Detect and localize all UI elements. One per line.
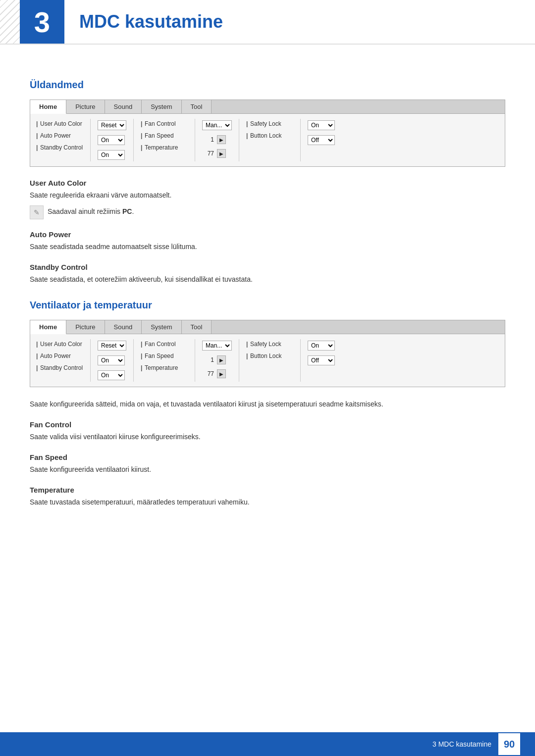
subsection-user-auto-color: User Auto Color Saate reguleerida ekraan… xyxy=(30,179,505,219)
row-fan-control-label: Fan Control xyxy=(139,119,190,129)
tab-sound-1[interactable]: Sound xyxy=(105,100,142,113)
section-uldandmed: Üldandmed Home Picture Sound System Tool… xyxy=(30,79,505,285)
temp-arrow-2[interactable]: ▶ xyxy=(217,369,226,378)
label-safety-lock: Safety Lock xyxy=(246,120,293,127)
select2-reset[interactable]: Reset xyxy=(98,341,126,351)
label-standby-control: Standby Control xyxy=(36,144,83,151)
select2-button-lock[interactable]: Off On xyxy=(308,355,335,365)
select-standby[interactable]: On Off xyxy=(98,150,125,160)
text-fan-control: Saate valida viisi ventilaatori kiiruse … xyxy=(30,432,505,442)
row-temperature-label: Temperature xyxy=(139,143,190,152)
col-labels-2: User Auto Color Auto Power Standby Contr… xyxy=(34,339,91,382)
select-fan-control[interactable]: Man... Auto xyxy=(202,120,232,130)
tab-picture-1[interactable]: Picture xyxy=(66,100,105,113)
subsection-standby-control: Standby Control Saate seadistada, et oot… xyxy=(30,263,505,285)
row2-fan-speed-ctrl: 1 ▶ xyxy=(200,354,234,366)
select2-fan-control[interactable]: Man... Auto xyxy=(202,341,232,351)
label-button-lock: Button Lock xyxy=(246,132,293,139)
label2-temperature: Temperature xyxy=(141,364,188,371)
row-safety-lock-label: Safety Lock xyxy=(244,119,295,129)
chapter-number-box: 3 xyxy=(20,0,64,44)
fan-speed-arrow[interactable]: ▶ xyxy=(217,135,226,144)
page-content: Üldandmed Home Picture Sound System Tool… xyxy=(0,45,535,541)
text-temperature: Saate tuvastada sisetemperatuuri, määrat… xyxy=(30,497,505,507)
row-fan-speed-ctrl: 1 ▶ xyxy=(200,134,234,146)
row2-temp-ctrl: 77 ▶ xyxy=(200,368,234,380)
panel-ventilaator: Home Picture Sound System Tool User Auto… xyxy=(30,320,505,387)
footer-label: 3 MDC kasutamine xyxy=(432,740,491,748)
panel-uldandmed: Home Picture Sound System Tool User Auto… xyxy=(30,100,505,167)
subsection-fan-control: Fan Control Saate valida viisi ventilaat… xyxy=(30,420,505,442)
row2-auto-power-control: On Off xyxy=(96,354,128,367)
panel-body-1: User Auto Color Auto Power Standby Contr… xyxy=(30,114,505,166)
row-safety-lock-ctrl: On Off xyxy=(306,119,337,132)
row2-standby-control: Standby Control xyxy=(34,363,85,373)
fan-speed-arrow-2[interactable]: ▶ xyxy=(217,355,226,364)
page-footer: 3 MDC kasutamine 90 xyxy=(0,732,535,756)
heading-temperature: Temperature xyxy=(30,486,505,494)
tab-system-2[interactable]: System xyxy=(142,320,181,334)
fan-speed-value-2: 1 xyxy=(202,356,214,363)
select-reset[interactable]: Reset xyxy=(98,120,126,130)
row-auto-power: Auto Power xyxy=(34,131,85,141)
select-safety-lock[interactable]: On Off xyxy=(308,120,335,130)
section-ventilaator: Ventilaator ja temperatuur Home Picture … xyxy=(30,300,505,507)
tab-bar-2: Home Picture Sound System Tool xyxy=(30,320,505,334)
row2-fan-control-label: Fan Control xyxy=(139,339,190,349)
col-fan-labels-2: Fan Control Fan Speed Temperature xyxy=(139,339,195,382)
select2-standby[interactable]: On Off xyxy=(98,370,125,380)
tab-home-1[interactable]: Home xyxy=(30,100,66,114)
row-auto-power-control: On Off xyxy=(96,134,128,147)
col-lock-labels-2: Safety Lock Button Lock xyxy=(244,339,301,382)
tab-sound-2[interactable]: Sound xyxy=(105,320,142,334)
text-standby-control: Saate seadistada, et ooterežiim aktiveer… xyxy=(30,274,505,285)
col-fan-labels-1: Fan Control Fan Speed Temperature xyxy=(139,119,195,161)
col-lock-controls-1: On Off Off On xyxy=(306,119,342,161)
row-fan-speed-label: Fan Speed xyxy=(139,131,190,141)
tab-bar-1: Home Picture Sound System Tool xyxy=(30,100,505,114)
footer-page-number: 90 xyxy=(498,733,520,755)
header-decoration xyxy=(0,0,20,45)
col-fan-controls-2: Man... Auto 1 ▶ 77 ▶ xyxy=(200,339,239,382)
heading-fan-control: Fan Control xyxy=(30,420,505,429)
tab-home-2[interactable]: Home xyxy=(30,320,66,334)
subsection-auto-power: Auto Power Saate seadistada seadme autom… xyxy=(30,230,505,252)
select-button-lock[interactable]: Off On xyxy=(308,135,335,145)
tab-system-1[interactable]: System xyxy=(142,100,181,113)
heading-standby-control: Standby Control xyxy=(30,263,505,271)
row2-button-lock-label: Button Lock xyxy=(244,351,295,361)
select-auto-power[interactable]: On Off xyxy=(98,135,125,145)
label-auto-power: Auto Power xyxy=(36,132,83,139)
label2-button-lock: Button Lock xyxy=(246,353,293,359)
col-controls-2: Reset On Off On Off xyxy=(96,339,134,382)
temp-value-2: 77 xyxy=(202,370,214,377)
subsection-temperature: Temperature Saate tuvastada sisetemperat… xyxy=(30,486,505,507)
row-standby-control: Standby Control xyxy=(34,143,85,152)
tab-picture-2[interactable]: Picture xyxy=(66,320,105,334)
temp-value: 77 xyxy=(202,150,214,157)
label2-fan-control: Fan Control xyxy=(141,341,188,348)
section-title-uldandmed: Üldandmed xyxy=(30,79,505,91)
row-standby-control-ctrl: On Off xyxy=(96,149,128,161)
row-button-lock-ctrl: Off On xyxy=(306,134,337,147)
chapter-title: MDC kasutamine xyxy=(64,0,223,44)
tab-tool-1[interactable]: Tool xyxy=(182,100,212,113)
label-user-auto-color: User Auto Color xyxy=(36,120,83,127)
label2-safety-lock: Safety Lock xyxy=(246,341,293,348)
label2-auto-power: Auto Power xyxy=(36,353,83,359)
row2-button-lock-ctrl: Off On xyxy=(306,354,337,367)
text-auto-power: Saate seadistada seadme automaatselt sis… xyxy=(30,242,505,252)
row2-fan-control-ctrl: Man... Auto xyxy=(200,339,234,352)
temp-arrow[interactable]: ▶ xyxy=(217,149,226,158)
label2-user-auto-color: User Auto Color xyxy=(36,341,83,348)
select2-safety-lock[interactable]: On Off xyxy=(308,341,335,351)
row-fan-control-ctrl: Man... Auto xyxy=(200,119,234,132)
row-reset-control: Reset xyxy=(96,119,128,132)
row-user-auto-color: User Auto Color xyxy=(34,119,85,129)
select2-auto-power[interactable]: On Off xyxy=(98,355,125,365)
row-temp-ctrl: 77 ▶ xyxy=(200,148,234,159)
heading-user-auto-color: User Auto Color xyxy=(30,179,505,187)
heading-fan-speed: Fan Speed xyxy=(30,453,505,461)
text-ventilaator-intro: Saate konfigureerida sätteid, mida on va… xyxy=(30,399,505,409)
tab-tool-2[interactable]: Tool xyxy=(182,320,212,334)
